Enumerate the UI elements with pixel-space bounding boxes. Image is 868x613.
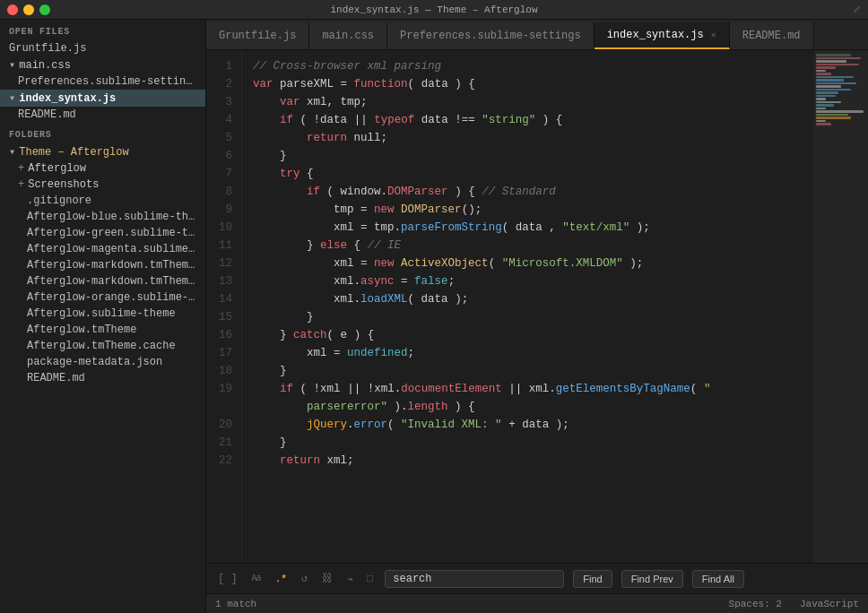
sidebar-item-gitignore[interactable]: .gitignore: [0, 193, 205, 209]
sidebar-item-package-metadata[interactable]: package-metadata.json: [0, 354, 205, 370]
close-button[interactable]: [7, 4, 18, 15]
bracket-icon[interactable]: [ ]: [215, 570, 240, 588]
sidebar-item-index-syntax[interactable]: ▾ index_syntax.js: [0, 90, 205, 107]
code-text[interactable]: // Cross-browser xml parsing var parseXM…: [242, 50, 814, 563]
tab-bar: Gruntfile.js main.css Preferences.sublim…: [206, 20, 868, 50]
minimap-content: [814, 50, 868, 130]
font-size-icon[interactable]: Aa: [249, 571, 264, 586]
indent-icon[interactable]: ⇥: [344, 571, 355, 587]
sidebar-item-sublime-theme[interactable]: Afterglow.sublime-theme: [0, 306, 205, 322]
maximize-button[interactable]: [39, 4, 50, 15]
sidebar-item-readme-folder[interactable]: README.md: [0, 370, 205, 386]
sidebar-item-magenta[interactable]: Afterglow-magenta.sublime-t…: [0, 241, 205, 257]
minimap: [814, 50, 868, 563]
expand-icon: ▾: [9, 58, 15, 72]
sidebar-item-green[interactable]: Afterglow-green.sublime-the…: [0, 225, 205, 241]
search-input[interactable]: [393, 573, 556, 585]
minimize-button[interactable]: [23, 4, 34, 15]
tab-maincss[interactable]: main.css: [309, 22, 387, 49]
sidebar-item-preferences[interactable]: Preferences.sublime-settings: [0, 73, 205, 90]
find-prev-button[interactable]: Find Prev: [621, 570, 683, 588]
sidebar-item-blue[interactable]: Afterglow-blue.sublime-them…: [0, 209, 205, 225]
undo-icon[interactable]: ↺: [299, 569, 310, 588]
tab-readme[interactable]: README.md: [730, 22, 814, 49]
plus-icon-2: +: [18, 178, 24, 191]
spaces-indicator[interactable]: Spaces: 2: [729, 599, 782, 609]
regex-icon[interactable]: .*: [273, 571, 290, 587]
plus-icon: +: [18, 162, 24, 175]
expand-icon-active: ▾: [9, 91, 15, 105]
window-title: index_syntax.js — Theme – Afterglow: [330, 4, 537, 15]
content-area: Gruntfile.js main.css Preferences.sublim…: [206, 20, 868, 613]
sidebar-item-markdown2[interactable]: Afterglow-markdown.tmThem…: [0, 273, 205, 289]
tab-gruntfile[interactable]: Gruntfile.js: [206, 22, 309, 49]
sidebar-item-readme-open[interactable]: README.md: [0, 107, 205, 123]
title-bar: index_syntax.js — Theme – Afterglow ⤢: [0, 0, 868, 20]
tab-close-icon[interactable]: ✕: [711, 30, 716, 40]
search-input-wrap[interactable]: [385, 570, 564, 588]
line-numbers: 12345 678910 1112131415 16171819 202122: [206, 50, 242, 563]
sidebar-item-orange[interactable]: Afterglow-orange.sublime-the…: [0, 289, 205, 306]
sidebar-item-markdown1[interactable]: Afterglow-markdown.tmThem…: [0, 257, 205, 273]
region-icon[interactable]: □: [364, 570, 376, 588]
open-files-label: OPEN FILES: [0, 20, 205, 40]
tab-index-syntax[interactable]: index_syntax.js ✕: [595, 22, 730, 49]
folder-expand-icon: ▾: [9, 145, 15, 159]
sidebar-item-maincss[interactable]: ▾ main.css: [0, 56, 205, 73]
main-layout: OPEN FILES Gruntfile.js ▾ main.css Prefe…: [0, 20, 868, 613]
sidebar: OPEN FILES Gruntfile.js ▾ main.css Prefe…: [0, 20, 206, 613]
status-bar: 1 match Spaces: 2 JavaScript: [206, 593, 868, 613]
sidebar-item-tmtheme[interactable]: Afterglow.tmTheme: [0, 322, 205, 338]
sidebar-folder-afterglow[interactable]: + Afterglow: [0, 160, 205, 177]
window-controls: [7, 4, 50, 15]
tab-preferences[interactable]: Preferences.sublime-settings: [387, 22, 595, 49]
link-icon[interactable]: ⛓: [319, 569, 335, 588]
match-count: 1 match: [215, 599, 256, 609]
sidebar-item-tmthemecache[interactable]: Afterglow.tmTheme.cache: [0, 338, 205, 354]
sidebar-folder-screenshots[interactable]: + Screenshots: [0, 177, 205, 193]
resize-icon: ⤢: [853, 4, 861, 15]
sidebar-item-gruntfile[interactable]: Gruntfile.js: [0, 40, 205, 56]
find-button[interactable]: Find: [573, 570, 612, 588]
sidebar-folder-theme[interactable]: ▾ Theme – Afterglow: [0, 143, 205, 160]
bottom-bar: [ ] Aa .* ↺ ⛓ ⇥ □ Find Find Prev Find Al…: [206, 563, 868, 593]
code-editor[interactable]: 12345 678910 1112131415 16171819 202122 …: [206, 50, 814, 563]
find-all-button[interactable]: Find All: [692, 570, 744, 588]
folders-label: FOLDERS: [0, 123, 205, 143]
language-indicator[interactable]: JavaScript: [800, 599, 859, 609]
